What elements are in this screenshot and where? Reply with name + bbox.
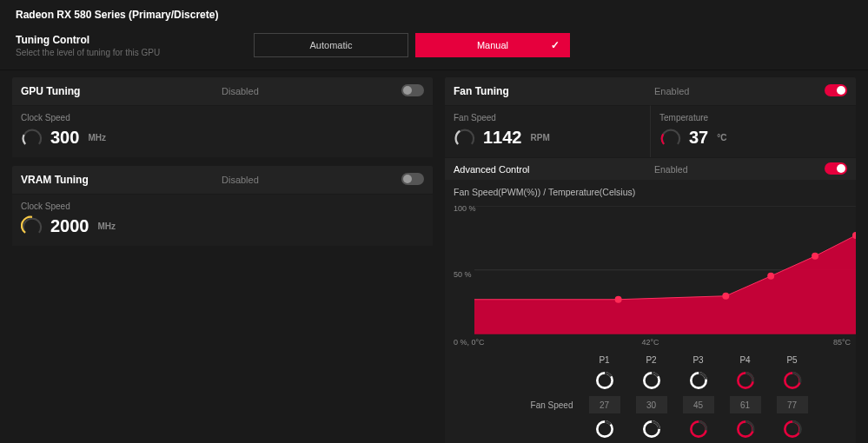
gpu-clock-unit: MHz	[88, 133, 106, 142]
p3-temp-dial[interactable]	[688, 419, 709, 440]
fan-speed-label: Fan Speed	[454, 113, 641, 122]
fan-tuning-title: Fan Tuning	[445, 85, 654, 97]
fan-curve-title: Fan Speed(PWM(%)) / Temperature(Celsius)	[445, 180, 856, 199]
tuning-control-label: Tuning Control Select the level of tunin…	[16, 34, 254, 57]
fan-speed-value: 1142	[483, 128, 522, 148]
temperature-dial-icon	[659, 126, 682, 149]
p5-fan-dial[interactable]	[782, 370, 803, 391]
y-axis-100: 100 %	[454, 204, 476, 213]
automatic-button[interactable]: Automatic	[254, 33, 408, 57]
fan-tuning-status: Enabled	[654, 86, 825, 96]
svg-point-3	[615, 296, 622, 303]
p1-fan-dial[interactable]	[594, 370, 615, 391]
x-axis-mid: 42°C	[641, 338, 659, 347]
fan-curve-section: Fan Speed(PWM(%)) / Temperature(Celsius)…	[445, 180, 856, 443]
fan-speed-unit: RPM	[531, 133, 550, 142]
vram-clock-cell: Clock Speed 2000 MHz	[12, 194, 433, 246]
advanced-control-toggle[interactable]	[825, 162, 847, 175]
p1-fan-value[interactable]: 27	[589, 396, 620, 413]
vram-clock-unit: MHz	[98, 222, 116, 231]
fan-tuning-panel: Fan Tuning Enabled Fan Speed 1142 RPM	[445, 77, 856, 443]
gpu-clock-value: 300	[50, 128, 79, 148]
vram-tuning-toggle[interactable]	[401, 173, 424, 185]
check-icon: ✓	[551, 39, 560, 51]
x-axis-0: 0 %, 0°C	[454, 338, 485, 347]
manual-label: Manual	[477, 40, 508, 50]
temperature-unit: °C	[717, 133, 726, 142]
tuning-control-row: Tuning Control Select the level of tunin…	[0, 28, 868, 70]
p1-temp-dial[interactable]	[594, 419, 615, 440]
vram-tuning-status: Disabled	[222, 175, 401, 185]
p2-fan-dial[interactable]	[641, 370, 662, 391]
fan-speed-cell: Fan Speed 1142 RPM	[445, 105, 651, 157]
gpu-header: Radeon RX 580 Series (Primary/Discrete)	[0, 0, 868, 28]
advanced-control-title: Advanced Control	[445, 164, 654, 175]
temperature-label: Temperature	[659, 113, 847, 122]
fan-speed-row-label: Fan Speed	[490, 400, 577, 410]
tuning-control-title: Tuning Control	[16, 34, 254, 46]
p4-fan-value[interactable]: 61	[730, 396, 761, 413]
p4-fan-dial[interactable]	[735, 370, 756, 391]
p2-fan-value[interactable]: 30	[636, 396, 667, 413]
temperature-value: 37	[689, 128, 708, 148]
fan-speed-dial-icon	[454, 126, 476, 149]
p4-header: P4	[726, 355, 765, 365]
advanced-control-header: Advanced Control Enabled	[445, 157, 856, 180]
gpu-tuning-toggle[interactable]	[401, 84, 424, 96]
vram-tuning-panel: VRAM Tuning Disabled Clock Speed 2000 M	[12, 166, 433, 246]
svg-point-6	[812, 253, 818, 260]
fan-curve-chart[interactable]: 100 % 50 % 0 %, 0°C 42°C 85°C	[445, 202, 856, 348]
vram-clock-value: 2000	[50, 216, 89, 236]
vram-clock-dial-icon	[21, 215, 43, 237]
gpu-clock-dial-icon	[21, 126, 43, 149]
gpu-tuning-panel: GPU Tuning Disabled Clock Speed 300 MHz	[12, 77, 433, 157]
p4-temp-dial[interactable]	[735, 419, 756, 440]
gpu-clock-cell: Clock Speed 300 MHz	[12, 105, 433, 157]
p1-header: P1	[586, 355, 624, 365]
p5-temp-dial[interactable]	[782, 419, 803, 440]
tuning-control-subtitle: Select the level of tuning for this GPU	[16, 48, 254, 57]
p3-header: P3	[679, 355, 718, 365]
automatic-label: Automatic	[310, 40, 353, 50]
vram-clock-label: Clock Speed	[21, 202, 424, 211]
gpu-tuning-status: Disabled	[222, 86, 401, 96]
p5-fan-value[interactable]: 77	[777, 396, 808, 413]
fan-points-grid: P1 P2 P3 P4 P5 Fan Speed 27 30 45 61	[445, 348, 856, 443]
p3-fan-value[interactable]: 45	[683, 396, 714, 413]
y-axis-50: 50 %	[454, 270, 472, 279]
advanced-control-status: Enabled	[654, 164, 825, 175]
svg-point-5	[767, 273, 774, 280]
p3-fan-dial[interactable]	[688, 370, 709, 391]
svg-point-4	[722, 293, 729, 300]
gpu-clock-label: Clock Speed	[21, 113, 424, 122]
manual-button[interactable]: Manual ✓	[415, 33, 570, 57]
x-axis-end: 85°C	[833, 338, 851, 347]
p2-header: P2	[633, 355, 671, 365]
vram-tuning-title: VRAM Tuning	[12, 174, 222, 186]
fan-curve-svg	[474, 206, 856, 334]
p5-header: P5	[773, 355, 812, 365]
p2-temp-dial[interactable]	[641, 419, 662, 440]
temperature-cell: Temperature 37 °C	[651, 105, 856, 157]
gpu-tuning-title: GPU Tuning	[12, 85, 222, 97]
fan-tuning-toggle[interactable]	[825, 84, 847, 96]
